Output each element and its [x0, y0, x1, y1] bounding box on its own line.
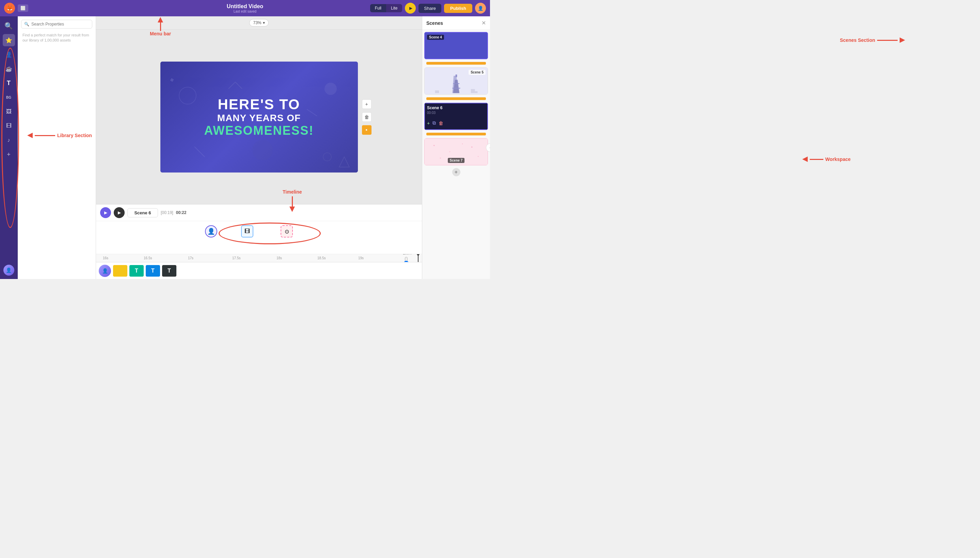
svg-point-19 [471, 146, 473, 148]
svg-rect-10 [453, 83, 460, 84]
canvas-text-line2: MANY YEARS OF [204, 113, 314, 123]
scenes-close-btn[interactable]: ✕ [481, 20, 486, 26]
svg-rect-11 [452, 88, 460, 89]
svg-point-21 [440, 158, 441, 159]
scenes-title: Scenes [426, 20, 443, 26]
scene-6-label: Scene 6 [427, 105, 442, 110]
media-element-icon: 🎞 [241, 225, 254, 238]
scene-7-badge: Scene 7 [448, 158, 465, 163]
svg-marker-3 [339, 157, 349, 167]
scenes-header: Scenes ✕ [422, 16, 490, 30]
sidebar-icon-star[interactable]: ⭐ [3, 34, 15, 46]
zoom-text-label: - Zoom [401, 254, 412, 255]
scene-6-duplicate-btn[interactable]: ⧉ [432, 120, 436, 126]
search-box[interactable]: 🔍 [21, 20, 92, 29]
canvas-text-line3: AWESOMENESS! [204, 123, 314, 138]
svg-point-20 [478, 156, 479, 157]
ruler-mark-2: 16.5s [144, 256, 152, 260]
scene-6-delete-btn[interactable]: 🗑 [438, 120, 443, 126]
menu-bar-left: 🦊 ⬜ [4, 3, 28, 14]
ruler-mark-7: 19s [358, 256, 364, 260]
workspace-area: 73% ▾ HE [96, 16, 422, 279]
sidebar-bottom-avatar[interactable]: 👤 [3, 265, 14, 276]
menu-extra-btn[interactable]: ⬜ [18, 5, 28, 12]
search-box-icon: 🔍 [24, 22, 29, 26]
color-bar-1 [426, 62, 486, 65]
search-input[interactable] [31, 22, 89, 26]
canvas-text-line1: HERE'S TO [204, 96, 314, 113]
sidebar-icon-person[interactable]: 👤 [3, 48, 15, 61]
header-play-btn[interactable] [405, 3, 416, 14]
playhead-marker [416, 254, 420, 256]
timeline-time-start: [00:19] [161, 210, 173, 215]
timeline-elements: 👤 🎞 ⊙ [96, 221, 422, 241]
user-avatar[interactable]: 👤 [475, 3, 486, 14]
scene-item-4[interactable]: Scene 4 [424, 32, 488, 59]
timeline-target-element[interactable]: ⊙ [281, 225, 293, 238]
ruler-mark-3: 17s [188, 256, 193, 260]
scene-5-badge: Scene 5 [469, 70, 486, 75]
zoom-badge[interactable]: 73% ▾ [249, 19, 268, 26]
sidebar-icon-text[interactable]: T [3, 77, 15, 89]
timeline-scene-play-btn[interactable]: ▶ [114, 207, 125, 218]
publish-btn[interactable]: Publish [444, 4, 472, 13]
bottom-bar: 👤 T T T [96, 262, 422, 279]
color-bar-2 [426, 97, 486, 100]
scene-4-badge: Scene 4 [427, 35, 444, 40]
scene-item-5[interactable]: Scene 5 [424, 67, 488, 95]
view-lite-btn[interactable]: Lite [386, 4, 402, 12]
svg-point-18 [450, 151, 451, 153]
side-tool-delete[interactable]: 🗑 [362, 112, 372, 122]
target-element-icon: ⊙ [281, 225, 293, 238]
timeline-play-btn[interactable]: ▶ [100, 207, 111, 218]
main-layout: 🔍 ⭐ 👤 ☕ T BG 🖼 🎞 ♪ + 👤 🔍 Find a perfect … [0, 16, 490, 279]
canvas-panel[interactable]: HERE'S TO MANY YEARS OF AWESOMENESS! [160, 62, 358, 172]
sidebar-search-icon[interactable]: 🔍 [3, 20, 15, 32]
app-logo[interactable]: 🦊 [4, 3, 15, 14]
svg-rect-2 [170, 78, 174, 82]
sidebar-icon-music[interactable]: ♪ [3, 134, 15, 146]
view-toggle: Full Lite [370, 4, 402, 12]
timeline-media-element[interactable]: 🎞 [241, 225, 254, 238]
sidebar-icons: 🔍 ⭐ 👤 ☕ T BG 🖼 🎞 ♪ + 👤 [0, 16, 18, 279]
video-title: Untitled Video [227, 3, 263, 10]
playhead [418, 254, 418, 262]
scene-4-bg: Scene 4 [424, 32, 488, 59]
share-btn[interactable]: Share [418, 4, 441, 13]
bottom-avatar[interactable]: 👤 [99, 265, 111, 277]
side-tool-add[interactable]: + [362, 99, 372, 109]
zoom-dropdown-icon: ▾ [263, 20, 265, 25]
view-full-btn[interactable]: Full [370, 4, 386, 12]
last-edit-label: Last edit saved [234, 10, 256, 13]
svg-point-7 [323, 153, 331, 161]
scene-6-add-btn[interactable]: + [427, 120, 430, 126]
ruler-mark-6: 18.5s [317, 256, 326, 260]
scenes-list: Scene 4 [422, 30, 490, 279]
ruler-mark-1: 16s [103, 256, 108, 260]
timeline-ruler: 16s 16.5s 17s 17.5s 18s 18.5s 19s + − - … [96, 254, 422, 262]
canvas-container: HERE'S TO MANY YEARS OF AWESOMENESS! + 🗑… [96, 30, 422, 204]
sidebar-icon-bg[interactable]: BG [3, 91, 15, 103]
svg-point-22 [462, 143, 463, 144]
timeline-avatar-element[interactable]: 👤 [205, 225, 217, 238]
svg-point-0 [179, 87, 196, 104]
scene-6-header: Scene 6 [427, 105, 485, 110]
svg-rect-13 [435, 90, 439, 93]
bottom-scene-blue-T[interactable]: T [146, 265, 160, 277]
bottom-scene-dark-T[interactable]: T [162, 265, 176, 277]
scene-item-6[interactable]: Scene 6 00:03 + ⧉ 🗑 [424, 103, 488, 130]
sidebar-icon-video[interactable]: 🎞 [3, 120, 15, 132]
sidebar-icon-image[interactable]: 🖼 [3, 105, 15, 118]
timeline-area: ▶ ▶ Scene 6 [00:19] 00:22 👤 [96, 204, 422, 262]
zoom-slider[interactable] [404, 256, 408, 262]
sidebar-icon-add[interactable]: + [3, 148, 15, 161]
sidebar-icon-objects[interactable]: ☕ [3, 62, 15, 75]
add-scene-btn[interactable]: + [452, 168, 460, 176]
workspace-toolbar: 73% ▾ [96, 16, 422, 30]
scene-7-bg: Scene 7 [424, 138, 488, 165]
scene-item-7[interactable]: Scene 7 [424, 138, 488, 165]
timeline-track: 👤 🎞 ⊙ [96, 221, 422, 254]
bottom-scene-teal-T[interactable]: T [129, 265, 144, 277]
side-tool-color[interactable]: ■ [362, 125, 372, 135]
bottom-scene-yellow[interactable] [113, 265, 127, 277]
